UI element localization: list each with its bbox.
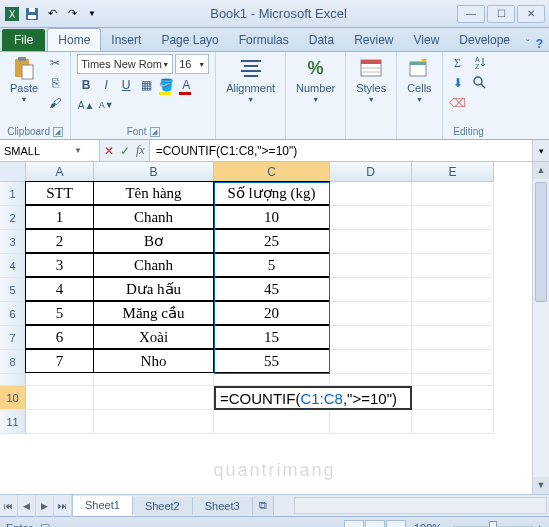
cell-d9[interactable]: [330, 374, 412, 386]
cell-d7[interactable]: [330, 326, 412, 350]
tab-insert[interactable]: Insert: [101, 29, 151, 51]
cell-e11[interactable]: [412, 410, 494, 434]
cell-c9[interactable]: [214, 374, 330, 386]
cell-c3[interactable]: 25: [213, 229, 330, 253]
cell-d6[interactable]: [330, 302, 412, 326]
fx-icon[interactable]: fx: [136, 143, 145, 158]
cell-e10[interactable]: [412, 386, 494, 410]
formula-expand-icon[interactable]: ▾: [532, 140, 549, 161]
fill-icon[interactable]: ⬇: [449, 74, 467, 92]
row-header-4[interactable]: 4: [0, 254, 26, 278]
cell-b10[interactable]: [94, 386, 214, 410]
row-header-2[interactable]: 2: [0, 206, 26, 230]
styles-button[interactable]: Styles ▼: [352, 54, 390, 105]
sheet-prev-icon[interactable]: ◀: [18, 495, 36, 517]
cell-d3[interactable]: [330, 230, 412, 254]
cell-b7[interactable]: Xoài: [93, 325, 214, 349]
scroll-up-icon[interactable]: ▲: [533, 162, 549, 179]
cell-c2[interactable]: 10: [213, 205, 330, 229]
close-button[interactable]: ✕: [517, 5, 545, 23]
scroll-thumb[interactable]: [535, 182, 547, 302]
row-header-8[interactable]: 8: [0, 350, 26, 374]
view-pagebreak-icon[interactable]: [386, 520, 406, 528]
decrease-font-icon[interactable]: A▼: [97, 96, 115, 114]
cell-e5[interactable]: [412, 278, 494, 302]
worksheet-grid[interactable]: A B C D E 1 STT Tên hàng Số lượng (kg) 2…: [0, 162, 549, 494]
font-size-select[interactable]: 16▼: [175, 54, 209, 74]
cell-a1[interactable]: STT: [25, 181, 94, 205]
find-select-icon[interactable]: [471, 74, 489, 92]
paste-button[interactable]: Paste ▼: [6, 54, 42, 105]
row-header-9[interactable]: [0, 374, 26, 386]
number-button[interactable]: % Number ▼: [292, 54, 339, 105]
cell-a11[interactable]: [26, 410, 94, 434]
border-button[interactable]: ▦: [137, 76, 155, 94]
sheet-last-icon[interactable]: ⏭: [54, 495, 72, 517]
cell-a5[interactable]: 4: [25, 277, 94, 301]
cell-e1[interactable]: [412, 182, 494, 206]
sheet-tab-2[interactable]: Sheet2: [133, 497, 193, 515]
cell-a8[interactable]: 7: [25, 349, 94, 373]
cell-a2[interactable]: 1: [25, 205, 94, 229]
tab-view[interactable]: View: [404, 29, 450, 51]
col-header-d[interactable]: D: [330, 162, 412, 182]
increase-font-icon[interactable]: A▲: [77, 96, 95, 114]
sheet-tab-1[interactable]: Sheet1: [73, 496, 133, 516]
qat-dropdown-icon[interactable]: ▼: [84, 6, 100, 22]
macro-record-icon[interactable]: ▢: [40, 521, 50, 527]
vertical-scrollbar[interactable]: ▲ ▼: [532, 162, 549, 494]
cell-c4[interactable]: 5: [213, 253, 330, 277]
cell-c11[interactable]: [214, 410, 330, 434]
cell-b5[interactable]: Dưa hấu: [93, 277, 214, 301]
cell-e2[interactable]: [412, 206, 494, 230]
fill-color-button[interactable]: 🪣: [157, 76, 175, 94]
cell-c8[interactable]: 55: [213, 349, 330, 373]
tab-file[interactable]: File: [2, 29, 45, 51]
col-header-e[interactable]: E: [412, 162, 494, 182]
minimize-button[interactable]: —: [457, 5, 485, 23]
clipboard-dialog-launcher[interactable]: ◢: [53, 127, 63, 137]
new-sheet-icon[interactable]: ⧉: [253, 496, 274, 515]
autosum-icon[interactable]: Σ: [449, 54, 467, 72]
cell-a3[interactable]: 2: [25, 229, 94, 253]
cell-c6[interactable]: 20: [213, 301, 330, 325]
tab-review[interactable]: Review: [344, 29, 403, 51]
cell-b9[interactable]: [94, 374, 214, 386]
cell-b6[interactable]: Măng cầu: [93, 301, 214, 325]
cell-b1[interactable]: Tên hàng: [93, 181, 214, 205]
enter-formula-icon[interactable]: ✓: [120, 144, 130, 158]
cell-c5[interactable]: 45: [213, 277, 330, 301]
row-header-10[interactable]: 10: [0, 386, 26, 410]
bold-button[interactable]: B: [77, 76, 95, 94]
cancel-formula-icon[interactable]: ✕: [104, 144, 114, 158]
tab-home[interactable]: Home: [47, 28, 101, 51]
help-icon[interactable]: ?: [536, 37, 543, 51]
col-header-a[interactable]: A: [26, 162, 94, 182]
save-icon[interactable]: [24, 6, 40, 22]
sheet-tab-3[interactable]: Sheet3: [193, 497, 253, 515]
name-box-input[interactable]: [4, 145, 74, 157]
cell-a6[interactable]: 5: [25, 301, 94, 325]
cell-b4[interactable]: Chanh: [93, 253, 214, 277]
cell-b11[interactable]: [94, 410, 214, 434]
cell-c7[interactable]: 15: [213, 325, 330, 349]
cell-d11[interactable]: [330, 410, 412, 434]
view-pagelayout-icon[interactable]: [365, 520, 385, 528]
cell-b3[interactable]: Bơ: [93, 229, 214, 253]
italic-button[interactable]: I: [97, 76, 115, 94]
cell-e6[interactable]: [412, 302, 494, 326]
copy-icon[interactable]: ⎘: [46, 74, 64, 92]
zoom-level[interactable]: 100%: [414, 522, 442, 528]
cell-d8[interactable]: [330, 350, 412, 374]
cell-b2[interactable]: Chanh: [93, 205, 214, 229]
zoom-slider-thumb[interactable]: [489, 521, 497, 528]
tab-data[interactable]: Data: [299, 29, 344, 51]
row-header-5[interactable]: 5: [0, 278, 26, 302]
select-all-corner[interactable]: [0, 162, 26, 182]
cell-c10-active[interactable]: =COUNTIF(C1:C8,">=10"): [214, 386, 412, 410]
cell-a4[interactable]: 3: [25, 253, 94, 277]
clear-icon[interactable]: ⌫: [449, 94, 467, 112]
col-header-c[interactable]: C: [214, 162, 330, 182]
cell-d5[interactable]: [330, 278, 412, 302]
font-dialog-launcher[interactable]: ◢: [150, 127, 160, 137]
